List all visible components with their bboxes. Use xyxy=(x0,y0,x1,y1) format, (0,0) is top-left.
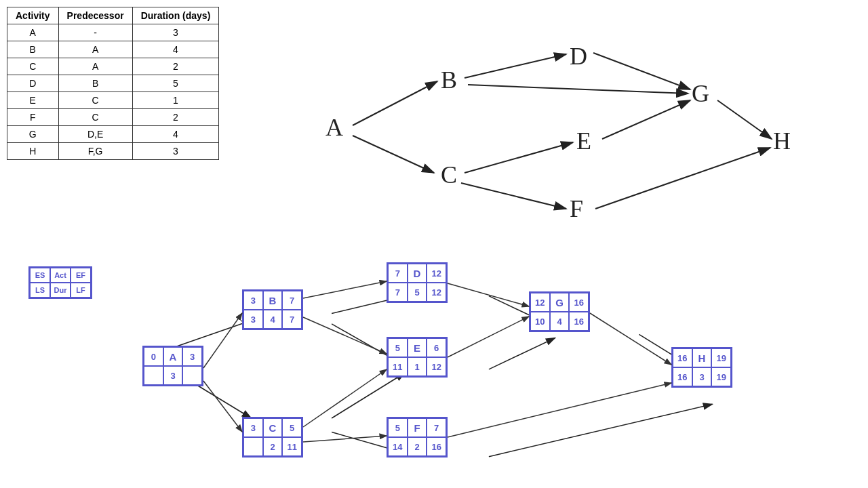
node-C-lf: 11 xyxy=(282,437,302,456)
node-E-act: E xyxy=(408,338,427,357)
node-B-es: 3 xyxy=(243,291,263,310)
table-cell: D xyxy=(7,75,59,92)
node-E-lf: 12 xyxy=(427,357,446,376)
node-B-lf: 7 xyxy=(282,310,302,329)
table-row: HF,G3 xyxy=(7,143,219,160)
table-cell: A xyxy=(58,41,132,58)
table-cell: 3 xyxy=(132,24,219,41)
col-header-predecessor: Predecessor xyxy=(58,7,132,24)
svg-line-24 xyxy=(332,373,405,418)
legend-ls: LS xyxy=(30,283,50,298)
node-F-ef: 7 xyxy=(427,418,446,437)
node-H-es: 16 xyxy=(673,348,692,367)
node-F-es: 5 xyxy=(388,418,408,437)
node-C: 3 C 5 2 11 xyxy=(242,417,303,458)
svg-text:B: B xyxy=(441,66,457,94)
node-D-dur: 5 xyxy=(408,283,427,302)
node-H-dur: 3 xyxy=(692,367,712,386)
svg-text:C: C xyxy=(441,161,457,188)
svg-text:D: D xyxy=(570,43,587,70)
node-H-act: H xyxy=(692,348,712,367)
node-B-dur: 4 xyxy=(263,310,283,329)
node-F-lf: 16 xyxy=(427,437,446,456)
node-E-ls: 11 xyxy=(388,357,408,376)
svg-line-17 xyxy=(595,148,770,209)
node-G-ef: 16 xyxy=(569,293,589,312)
node-A-dur: 3 xyxy=(163,366,183,385)
legend-lf: LF xyxy=(71,283,91,298)
svg-line-20 xyxy=(171,321,251,348)
table-cell: 5 xyxy=(132,75,219,92)
node-E-dur: 1 xyxy=(408,357,427,376)
legend-es: ES xyxy=(30,268,50,283)
node-C-ls xyxy=(243,437,263,456)
table-cell: F xyxy=(7,109,59,126)
table-cell: A xyxy=(7,24,59,41)
activity-table: Activity Predecessor Duration (days) A-3… xyxy=(7,7,219,160)
node-G-ls: 10 xyxy=(530,312,550,331)
node-C-act: C xyxy=(263,418,283,437)
network-diagram-top: A B C D E F G H xyxy=(285,0,854,251)
node-D-lf: 12 xyxy=(427,283,446,302)
node-F-act: F xyxy=(408,418,427,437)
node-F: 5 F 7 14 2 16 xyxy=(387,417,448,458)
svg-text:F: F xyxy=(570,195,583,222)
node-D-ls: 7 xyxy=(388,283,408,302)
table-cell: H xyxy=(7,143,59,160)
svg-line-8 xyxy=(353,81,437,125)
node-G-dur: 4 xyxy=(550,312,570,331)
table-cell: 1 xyxy=(132,92,219,109)
table-cell: - xyxy=(58,24,132,41)
table-cell: A xyxy=(58,58,132,75)
node-A-act: A xyxy=(163,347,183,366)
table-row: FC2 xyxy=(7,109,219,126)
table-row: BA4 xyxy=(7,41,219,58)
node-B-ls: 3 xyxy=(243,310,263,329)
table-cell: B xyxy=(7,41,59,58)
svg-line-28 xyxy=(489,404,713,456)
svg-text:E: E xyxy=(576,127,591,155)
svg-line-9 xyxy=(353,136,434,173)
node-C-dur: 2 xyxy=(263,437,283,456)
node-D: 7 D 12 7 5 12 xyxy=(387,262,448,303)
svg-text:H: H xyxy=(773,127,791,155)
table-cell: 2 xyxy=(132,109,219,126)
legend-act: Act xyxy=(50,268,71,283)
svg-line-27 xyxy=(489,338,555,369)
table-cell: D,E xyxy=(58,126,132,143)
node-A-es: 0 xyxy=(144,347,163,366)
node-G-es: 12 xyxy=(530,293,550,312)
svg-line-13 xyxy=(461,183,566,209)
node-H: 16 H 19 16 3 19 xyxy=(671,347,732,388)
node-D-ef: 12 xyxy=(427,264,446,283)
node-A-lf xyxy=(182,366,202,385)
svg-line-14 xyxy=(593,53,690,89)
svg-line-12 xyxy=(465,142,573,173)
node-E-ef: 6 xyxy=(427,338,446,357)
node-H-ls: 16 xyxy=(673,367,692,386)
table-cell: 4 xyxy=(132,126,219,143)
svg-line-15 xyxy=(602,100,690,139)
node-H-lf: 19 xyxy=(711,367,731,386)
svg-line-10 xyxy=(465,54,566,78)
node-F-dur: 2 xyxy=(408,437,427,456)
node-G-act: G xyxy=(550,293,570,312)
node-D-act: D xyxy=(408,264,427,283)
node-C-ef: 5 xyxy=(282,418,302,437)
node-B-act: B xyxy=(263,291,283,310)
table-cell: C xyxy=(58,109,132,126)
table-cell: 4 xyxy=(132,41,219,58)
svg-text:G: G xyxy=(692,80,709,107)
svg-text:A: A xyxy=(326,114,343,141)
node-H-ef: 19 xyxy=(711,348,731,367)
legend-box: ES Act EF LS Dur LF xyxy=(28,266,92,299)
legend-dur: Dur xyxy=(50,283,71,298)
table-cell: 3 xyxy=(132,143,219,160)
table-cell: C xyxy=(58,92,132,109)
node-B-ef: 7 xyxy=(282,291,302,310)
table-cell: G xyxy=(7,126,59,143)
node-E: 5 E 6 11 1 12 xyxy=(387,337,448,378)
table-body: A-3BA4CA2DB5EC1FC2GD,E4HF,G3 xyxy=(7,24,219,160)
node-G-lf: 16 xyxy=(569,312,589,331)
table-row: CA2 xyxy=(7,58,219,75)
